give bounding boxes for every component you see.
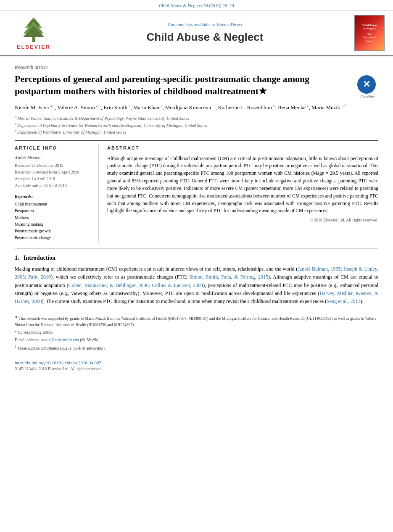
- keyword-ptc: Posttraumatic change: [15, 235, 92, 241]
- journal-name: Child Abuse & Neglect: [59, 29, 351, 45]
- cover-title-line1: Child Abuse & Neglect: [362, 24, 377, 31]
- intro-section-title: 1. Introduction: [15, 254, 378, 262]
- keyword-meaning-making: Meaning making: [15, 221, 92, 227]
- sciencedirect-link: Contents lists available at ScienceDirec…: [59, 21, 351, 28]
- svg-point-8: [33, 18, 34, 19]
- history-revised: Received in revised form 5 April 2016: [15, 169, 92, 175]
- ref-seng[interactable]: Seng et al., 2013: [327, 298, 360, 304]
- keyword-mothers: Mothers: [15, 215, 92, 221]
- elsevier-tree-icon: [13, 15, 55, 42]
- history-label: Article history:: [15, 155, 92, 161]
- history-received: Received 26 December 2015: [15, 163, 92, 169]
- affil-a: a Merrill Palmer Skillman Institute & De…: [15, 115, 378, 121]
- journal-title-center: Contents lists available at ScienceDirec…: [59, 21, 351, 45]
- abstract-text: Although adaptive meanings of childhood …: [107, 155, 378, 215]
- cover-subtitle: The International Journal: [363, 32, 376, 43]
- footnote-email: E-mail address: muzik@med.umich.edu (M. …: [15, 337, 378, 343]
- svg-point-7: [41, 32, 43, 34]
- affil-c: c Department of Psychiatry, University o…: [15, 129, 378, 135]
- journal-header: ELSEVIER Contents lists available at Sci…: [0, 11, 393, 56]
- footnote-star: ★ This research was supported by grants …: [15, 315, 378, 328]
- crossmark: ✕ CrossMark: [357, 75, 378, 99]
- article-info-abstract-section: ARTICLE INFO Article history: Received 2…: [15, 140, 378, 241]
- issn-line: 0145-2134/© 2016 Elsevier Ltd. All right…: [15, 366, 378, 372]
- journal-citation-text: Child Abuse & Neglect 56 (2016) 20–29: [159, 3, 234, 8]
- crossmark-label: CrossMark: [357, 95, 378, 99]
- article-type-label: Research article: [15, 64, 378, 71]
- svg-point-4: [26, 26, 29, 28]
- svg-point-5: [39, 26, 41, 28]
- body-divider: [15, 248, 378, 249]
- journal-cover-right: Child Abuse & Neglect The International …: [351, 15, 385, 51]
- copyright-line: © 2016 Elsevier Ltd. All rights reserved…: [107, 217, 378, 223]
- doi-link[interactable]: http://dx.doi.org/10.1016/j.chiabu.2016.…: [15, 360, 378, 366]
- journal-cover-image: Child Abuse & Neglect The International …: [354, 15, 385, 51]
- crossmark-icon: ✕: [363, 78, 370, 91]
- doi-anchor[interactable]: http://dx.doi.org/10.1016/j.chiabu.2016.…: [15, 360, 101, 365]
- doi-section: http://dx.doi.org/10.1016/j.chiabu.2016.…: [15, 357, 378, 372]
- sciencedirect-anchor[interactable]: ScienceDirect: [216, 22, 242, 27]
- keyword-postpartum: Postpartum: [15, 208, 92, 214]
- article-info-column: ARTICLE INFO Article history: Received 2…: [15, 145, 99, 241]
- abstract-column: ABSTRACT Although adaptive meanings of c…: [107, 145, 378, 241]
- journal-citation-bar: Child Abuse & Neglect 56 (2016) 20–29: [0, 0, 393, 11]
- equal-contrib-text: These authors contributed equally (co-fi…: [17, 347, 106, 351]
- intro-paragraph: Making meaning of childhood maltreatment…: [15, 265, 378, 306]
- ref-harvey[interactable]: Harvey, Mishler, Koenen, & Harney, 2000: [15, 290, 378, 304]
- article-history: Article history: Received 26 December 20…: [15, 155, 92, 189]
- svg-rect-0: [32, 36, 35, 42]
- affiliations: a Merrill Palmer Skillman Institute & De…: [15, 115, 378, 135]
- article-title: Perceptions of general and parenting-spe…: [15, 73, 353, 97]
- main-content: Research article Perceptions of general …: [0, 56, 393, 377]
- abstract-header: ABSTRACT: [107, 145, 378, 151]
- affil-b: b Department of Psychiatry & Center for …: [15, 122, 378, 129]
- keyword-child-maltreatment: Child maltreatment: [15, 201, 92, 207]
- article-info-header: ARTICLE INFO: [15, 145, 92, 151]
- ref-cohen[interactable]: Cohen, Mannarino, & Deblinger, 2006; Col…: [69, 282, 203, 288]
- keyword-ptg: Posttraumatic growth: [15, 228, 92, 234]
- footnote-corresponding: * Corresponding author.: [15, 329, 378, 335]
- ref-simon-2015[interactable]: Simon, Smith, Fava, & Feiring, 2015: [190, 274, 268, 280]
- footnotes-divider: [15, 312, 378, 312]
- crossmark-circle: ✕: [357, 75, 376, 94]
- keywords-label: Keywords:: [15, 194, 92, 200]
- article-title-row: Perceptions of general and parenting-spe…: [15, 73, 378, 99]
- elsevier-logo: ELSEVIER: [8, 15, 59, 51]
- authors-list: Nicole M. Fava a,1, Valerie A. Simon a,1…: [15, 103, 378, 112]
- history-accepted: Accepted 14 April 2016: [15, 176, 92, 182]
- page: Child Abuse & Neglect 56 (2016) 20–29 EL…: [0, 0, 393, 532]
- footnote-equal-contrib: 1 These authors contributed equally (co-…: [15, 345, 378, 351]
- email-link[interactable]: muzik@med.umich.edu: [41, 338, 79, 342]
- svg-point-6: [24, 32, 26, 34]
- elsevier-text: ELSEVIER: [17, 43, 50, 51]
- history-online: Available online 28 April 2016: [15, 183, 92, 189]
